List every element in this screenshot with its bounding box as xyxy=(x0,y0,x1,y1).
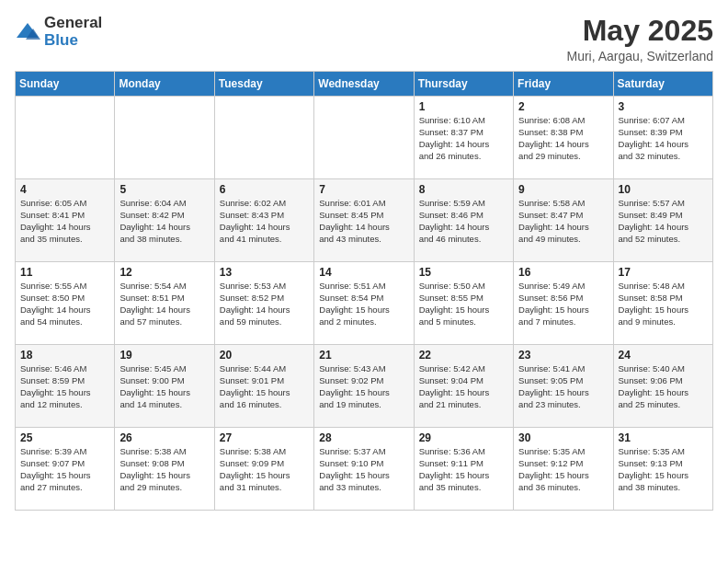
day-info: Sunrise: 6:08 AM Sunset: 8:38 PM Dayligh… xyxy=(518,115,608,162)
day-number: 26 xyxy=(119,431,209,444)
day-info: Sunrise: 5:51 AM Sunset: 8:54 PM Dayligh… xyxy=(319,281,408,327)
day-cell: 25Sunrise: 5:39 AM Sunset: 9:07 PM Dayli… xyxy=(16,428,115,511)
day-cell: 12Sunrise: 5:54 AM Sunset: 8:51 PM Dayli… xyxy=(115,262,214,345)
day-cell: 2Sunrise: 6:08 AM Sunset: 8:38 PM Daylig… xyxy=(514,97,613,179)
day-number: 28 xyxy=(319,431,408,444)
day-info: Sunrise: 5:35 AM Sunset: 9:13 PM Dayligh… xyxy=(619,446,708,493)
day-info: Sunrise: 5:57 AM Sunset: 8:49 PM Dayligh… xyxy=(619,198,708,245)
week-row: 11Sunrise: 5:55 AM Sunset: 8:50 PM Dayli… xyxy=(16,262,713,345)
day-number: 10 xyxy=(619,183,708,196)
day-number: 4 xyxy=(20,183,109,196)
calendar-table: SundayMondayTuesdayWednesdayThursdayFrid… xyxy=(15,71,713,511)
day-cell: 17Sunrise: 5:48 AM Sunset: 8:58 PM Dayli… xyxy=(613,262,712,345)
day-info: Sunrise: 5:44 AM Sunset: 9:01 PM Dayligh… xyxy=(220,363,309,410)
day-cell: 13Sunrise: 5:53 AM Sunset: 8:52 PM Dayli… xyxy=(214,262,313,345)
day-info: Sunrise: 5:50 AM Sunset: 8:55 PM Dayligh… xyxy=(419,281,508,327)
day-info: Sunrise: 5:58 AM Sunset: 8:47 PM Dayligh… xyxy=(518,198,608,245)
day-info: Sunrise: 5:42 AM Sunset: 9:04 PM Dayligh… xyxy=(419,363,508,410)
day-cell: 15Sunrise: 5:50 AM Sunset: 8:55 PM Dayli… xyxy=(414,262,513,345)
day-number: 18 xyxy=(20,349,109,362)
day-cell: 10Sunrise: 5:57 AM Sunset: 8:49 PM Dayli… xyxy=(613,179,712,262)
day-cell: 5Sunrise: 6:04 AM Sunset: 8:42 PM Daylig… xyxy=(115,179,214,262)
day-cell: 7Sunrise: 6:01 AM Sunset: 8:45 PM Daylig… xyxy=(314,179,414,262)
day-info: Sunrise: 5:40 AM Sunset: 9:06 PM Dayligh… xyxy=(619,363,708,410)
day-cell: 6Sunrise: 6:02 AM Sunset: 8:43 PM Daylig… xyxy=(214,179,313,262)
day-info: Sunrise: 6:04 AM Sunset: 8:42 PM Dayligh… xyxy=(119,198,209,245)
day-number: 9 xyxy=(518,183,608,196)
day-number: 20 xyxy=(220,349,309,362)
day-number: 17 xyxy=(619,266,708,279)
header-row: SundayMondayTuesdayWednesdayThursdayFrid… xyxy=(16,72,713,97)
day-cell: 20Sunrise: 5:44 AM Sunset: 9:01 PM Dayli… xyxy=(214,345,313,428)
day-number: 2 xyxy=(518,100,608,113)
day-info: Sunrise: 6:01 AM Sunset: 8:45 PM Dayligh… xyxy=(319,198,408,245)
day-cell: 23Sunrise: 5:41 AM Sunset: 9:05 PM Dayli… xyxy=(514,345,613,428)
logo-blue: Blue xyxy=(44,32,102,50)
day-info: Sunrise: 6:07 AM Sunset: 8:39 PM Dayligh… xyxy=(619,115,708,162)
day-info: Sunrise: 6:10 AM Sunset: 8:37 PM Dayligh… xyxy=(419,115,508,162)
day-info: Sunrise: 5:46 AM Sunset: 8:59 PM Dayligh… xyxy=(20,363,109,410)
header-cell-monday: Monday xyxy=(115,72,214,97)
calendar-subtitle: Muri, Aargau, Switzerland xyxy=(566,49,713,63)
logo-icon xyxy=(15,19,40,45)
day-number: 3 xyxy=(619,100,708,113)
day-info: Sunrise: 5:38 AM Sunset: 9:09 PM Dayligh… xyxy=(220,446,309,493)
day-info: Sunrise: 5:41 AM Sunset: 9:05 PM Dayligh… xyxy=(518,363,608,410)
day-number: 30 xyxy=(518,431,608,444)
day-cell: 31Sunrise: 5:35 AM Sunset: 9:13 PM Dayli… xyxy=(613,428,712,511)
day-cell xyxy=(314,97,414,179)
day-cell xyxy=(214,97,313,179)
day-cell: 14Sunrise: 5:51 AM Sunset: 8:54 PM Dayli… xyxy=(314,262,414,345)
day-cell: 3Sunrise: 6:07 AM Sunset: 8:39 PM Daylig… xyxy=(613,97,712,179)
day-cell: 1Sunrise: 6:10 AM Sunset: 8:37 PM Daylig… xyxy=(414,97,513,179)
day-info: Sunrise: 5:55 AM Sunset: 8:50 PM Dayligh… xyxy=(20,281,109,327)
day-number: 11 xyxy=(20,266,109,279)
day-number: 16 xyxy=(518,266,608,279)
day-cell: 21Sunrise: 5:43 AM Sunset: 9:02 PM Dayli… xyxy=(314,345,414,428)
day-info: Sunrise: 6:05 AM Sunset: 8:41 PM Dayligh… xyxy=(20,198,109,245)
day-number: 27 xyxy=(220,431,309,444)
header-cell-friday: Friday xyxy=(514,72,613,97)
logo: General Blue xyxy=(15,15,102,49)
day-cell: 11Sunrise: 5:55 AM Sunset: 8:50 PM Dayli… xyxy=(16,262,115,345)
week-row: 1Sunrise: 6:10 AM Sunset: 8:37 PM Daylig… xyxy=(16,97,713,179)
day-number: 15 xyxy=(419,266,508,279)
day-number: 23 xyxy=(518,349,608,362)
day-number: 21 xyxy=(319,349,408,362)
logo-text: General Blue xyxy=(44,15,102,49)
day-info: Sunrise: 5:59 AM Sunset: 8:46 PM Dayligh… xyxy=(419,198,508,245)
day-info: Sunrise: 5:45 AM Sunset: 9:00 PM Dayligh… xyxy=(119,363,209,410)
header-cell-wednesday: Wednesday xyxy=(314,72,414,97)
day-info: Sunrise: 5:35 AM Sunset: 9:12 PM Dayligh… xyxy=(518,446,608,493)
day-number: 12 xyxy=(119,266,209,279)
day-cell xyxy=(16,97,115,179)
day-number: 24 xyxy=(619,349,708,362)
day-cell: 27Sunrise: 5:38 AM Sunset: 9:09 PM Dayli… xyxy=(214,428,313,511)
day-cell: 19Sunrise: 5:45 AM Sunset: 9:00 PM Dayli… xyxy=(115,345,214,428)
day-cell: 28Sunrise: 5:37 AM Sunset: 9:10 PM Dayli… xyxy=(314,428,414,511)
calendar-header: SundayMondayTuesdayWednesdayThursdayFrid… xyxy=(16,72,713,97)
day-info: Sunrise: 5:36 AM Sunset: 9:11 PM Dayligh… xyxy=(419,446,508,493)
day-cell: 24Sunrise: 5:40 AM Sunset: 9:06 PM Dayli… xyxy=(613,345,712,428)
logo-general: General xyxy=(44,15,102,32)
day-info: Sunrise: 5:48 AM Sunset: 8:58 PM Dayligh… xyxy=(619,281,708,327)
day-number: 31 xyxy=(619,431,708,444)
day-cell: 26Sunrise: 5:38 AM Sunset: 9:08 PM Dayli… xyxy=(115,428,214,511)
calendar-body: 1Sunrise: 6:10 AM Sunset: 8:37 PM Daylig… xyxy=(16,97,713,511)
day-cell: 16Sunrise: 5:49 AM Sunset: 8:56 PM Dayli… xyxy=(514,262,613,345)
day-number: 5 xyxy=(119,183,209,196)
day-info: Sunrise: 5:53 AM Sunset: 8:52 PM Dayligh… xyxy=(220,281,309,327)
day-number: 25 xyxy=(20,431,109,444)
header-cell-tuesday: Tuesday xyxy=(214,72,313,97)
title-block: May 2025 Muri, Aargau, Switzerland xyxy=(566,15,713,63)
day-number: 1 xyxy=(419,100,508,113)
day-info: Sunrise: 5:43 AM Sunset: 9:02 PM Dayligh… xyxy=(319,363,408,410)
day-info: Sunrise: 5:39 AM Sunset: 9:07 PM Dayligh… xyxy=(20,446,109,493)
day-number: 13 xyxy=(220,266,309,279)
day-number: 19 xyxy=(119,349,209,362)
week-row: 18Sunrise: 5:46 AM Sunset: 8:59 PM Dayli… xyxy=(16,345,713,428)
day-number: 8 xyxy=(419,183,508,196)
week-row: 25Sunrise: 5:39 AM Sunset: 9:07 PM Dayli… xyxy=(16,428,713,511)
header-cell-sunday: Sunday xyxy=(16,72,115,97)
day-info: Sunrise: 5:38 AM Sunset: 9:08 PM Dayligh… xyxy=(119,446,209,493)
